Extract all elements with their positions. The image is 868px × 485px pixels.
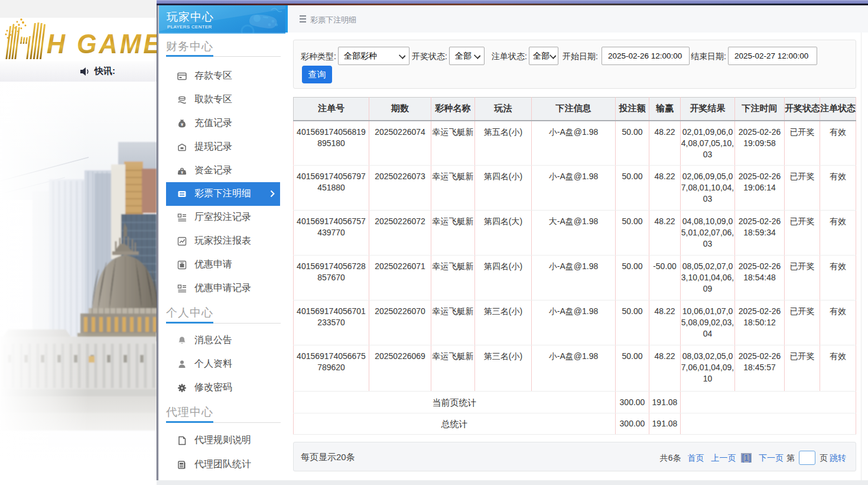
svg-text:¥: ¥: [181, 170, 183, 174]
svg-text:H GAME: H GAME: [47, 28, 157, 59]
